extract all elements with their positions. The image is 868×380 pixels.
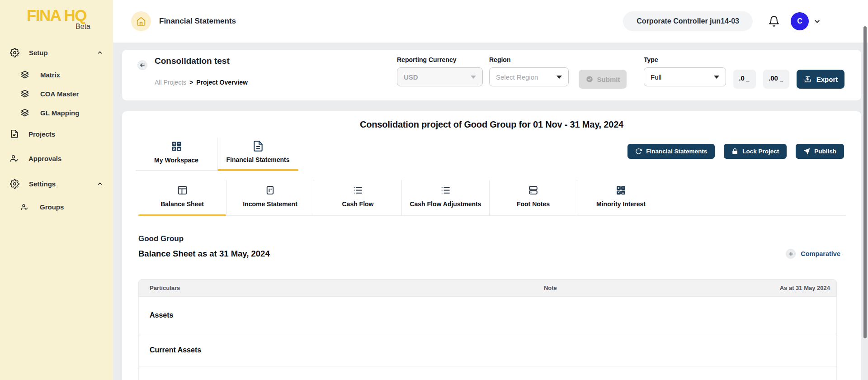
table-row-assets[interactable]: Assets [138, 297, 837, 334]
row-label: Current Assets [150, 346, 201, 354]
gear-icon [10, 179, 19, 189]
tab-cash-flow-adjustments[interactable]: Cash Flow Adjustments [401, 180, 489, 215]
chevron-up-icon [97, 49, 103, 56]
user-role-pill: Corporate Controller jun14-03 [623, 11, 753, 31]
tab-balance-sheet[interactable]: Balance Sheet [138, 180, 226, 215]
tab-my-workspace[interactable]: My Workspace [136, 138, 217, 170]
sidebar-item-label: Setup [29, 49, 48, 57]
submit-button[interactable]: Submit [579, 70, 627, 89]
sidebar-item-approvals[interactable]: Approvals [0, 148, 113, 168]
user-check-icon [10, 154, 19, 163]
caret-down-icon [471, 76, 476, 79]
table-header: Particulars Note As at 31 May 2024 [138, 279, 837, 297]
tab-label: Financial Statements [226, 156, 289, 163]
sidebar-item-matrix[interactable]: Matrix [0, 65, 113, 84]
tab-label: My Workspace [154, 157, 198, 164]
button-label: Publish [814, 148, 836, 155]
sidebar: FINA HQ Beta Setup Matrix COA Master [0, 0, 113, 380]
vertical-scrollbar[interactable] [863, 26, 867, 338]
list-icon [440, 185, 451, 196]
type-select[interactable]: Full [644, 67, 726, 86]
tab-minority-interest[interactable]: Minority Interest [577, 180, 665, 215]
layers-icon [21, 90, 29, 98]
tab-financial-statements[interactable]: Financial Statements [217, 138, 298, 170]
sidebar-item-projects[interactable]: Projects [0, 124, 113, 144]
export-button[interactable]: Export [797, 70, 844, 89]
sidebar-item-label: Approvals [28, 155, 61, 162]
sidebar-item-settings[interactable]: Settings [0, 174, 113, 194]
list-icon [352, 185, 363, 196]
server-icon [528, 185, 539, 196]
page-title: Financial Statements [159, 17, 236, 26]
back-button[interactable] [137, 60, 147, 70]
sidebar-item-label: Groups [40, 203, 64, 211]
add-comparative-button[interactable]: Comparative [786, 249, 840, 259]
home-button[interactable] [131, 11, 151, 31]
notifications-button[interactable] [768, 15, 780, 27]
reporting-currency-label: Reporting Currency [397, 56, 483, 63]
tab-cash-flow[interactable]: Cash Flow [314, 180, 401, 215]
balance-sheet-table: Particulars Note As at 31 May 2024 Asset… [138, 279, 837, 380]
decimal-decrease-button[interactable]: .0← [733, 70, 756, 89]
comparative-label: Comparative [801, 250, 840, 257]
region-select[interactable]: Select Region [489, 67, 569, 86]
table-row-empty[interactable] [138, 366, 837, 380]
decimal-increase-label: .00 [769, 74, 778, 82]
row-label: Assets [150, 311, 173, 319]
sidebar-item-label: GL Mapping [40, 109, 79, 117]
button-label: Lock Project [742, 148, 779, 155]
export-group: Export [797, 70, 844, 89]
user-check-icon [21, 203, 28, 211]
arrow-left-icon [139, 62, 146, 68]
tab-label: Minority Interest [596, 200, 646, 208]
project-card: Consolidation project of Good Group for … [122, 111, 861, 380]
project-name: Consolidation test [155, 56, 230, 66]
region-group: Region Select Region [489, 56, 569, 86]
tab-foot-notes[interactable]: Foot Notes [489, 180, 577, 215]
tab-label: Cash Flow [342, 200, 373, 208]
active-tab-underline [138, 214, 226, 216]
top-right: Corporate Controller jun14-03 C [623, 11, 821, 31]
decimal-decrease-group: .0← [733, 70, 756, 89]
lock-project-button[interactable]: Lock Project [724, 144, 787, 159]
sidebar-item-gl-mapping[interactable]: GL Mapping [0, 103, 113, 122]
statement-title: Balance Sheet as at 31 May, 2024 [138, 249, 270, 259]
publish-button[interactable]: Publish [796, 144, 844, 159]
sidebar-item-label: Settings [29, 180, 56, 188]
income-statement-icon [264, 185, 276, 196]
column-as-at: As at 31 May 2024 [578, 285, 836, 291]
check-circle-icon [585, 75, 594, 83]
column-note: Note [523, 285, 578, 291]
reporting-currency-select[interactable]: USD [397, 67, 483, 86]
region-placeholder: Select Region [496, 73, 538, 81]
chevron-up-icon [97, 180, 103, 187]
layers-icon [21, 109, 29, 117]
type-label: Type [644, 56, 726, 63]
sidebar-nav: Setup Matrix COA Master GL Mapping [0, 43, 113, 216]
sidebar-item-coa-master[interactable]: COA Master [0, 84, 113, 103]
arrow-left-small-icon: ← [745, 78, 750, 83]
submit-label: Submit [597, 76, 620, 83]
avatar[interactable]: C [791, 12, 809, 30]
project-toolbar: Consolidation test All Projects > Projec… [122, 50, 861, 100]
sidebar-item-groups[interactable]: Groups [0, 197, 113, 216]
decimal-increase-group: .00→ [763, 70, 789, 89]
workspace-tabs: My Workspace Financial Statements [136, 138, 298, 171]
breadcrumb-all-projects[interactable]: All Projects [155, 79, 186, 86]
decimal-decrease-label: .0 [739, 74, 745, 82]
statement-header: Good Group Balance Sheet as at 31 May, 2… [138, 234, 270, 259]
decimal-increase-button[interactable]: .00→ [763, 70, 789, 89]
refresh-icon [635, 148, 642, 155]
account-menu-button[interactable] [813, 18, 821, 25]
table-row-current-assets[interactable]: Current Assets [138, 334, 837, 366]
home-icon [136, 16, 146, 26]
reporting-currency-group: Reporting Currency USD [397, 56, 483, 86]
financial-statements-button[interactable]: Financial Statements [627, 144, 715, 159]
sidebar-item-setup[interactable]: Setup [0, 43, 113, 62]
document-icon [252, 140, 264, 152]
chevron-down-icon [813, 18, 821, 25]
statement-tabs: Balance Sheet Income Statement Cash Flow [138, 180, 846, 216]
tab-income-statement[interactable]: Income Statement [226, 180, 314, 215]
caret-down-icon [557, 76, 562, 79]
body-area: Consolidation test All Projects > Projec… [113, 43, 868, 380]
